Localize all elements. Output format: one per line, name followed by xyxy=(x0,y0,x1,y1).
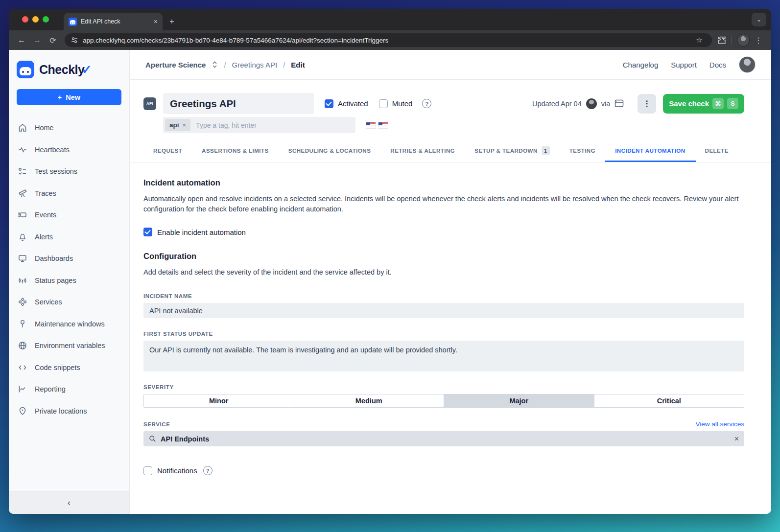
support-link[interactable]: Support xyxy=(671,61,697,69)
notifications-checkbox[interactable] xyxy=(143,466,152,475)
browser-profile-avatar[interactable] xyxy=(737,34,750,46)
home-icon xyxy=(18,123,27,133)
sidebar-item-heartbeats[interactable]: Heartbeats xyxy=(9,139,129,161)
us-flag-icon xyxy=(366,122,376,128)
severity-option-major[interactable]: Major xyxy=(444,394,594,407)
activated-checkbox-group[interactable]: Activated xyxy=(325,99,368,108)
reload-button[interactable]: ⟳ xyxy=(46,33,60,47)
forward-button[interactable]: → xyxy=(30,33,44,47)
sidebar-item-status-pages[interactable]: Status pages xyxy=(9,270,129,292)
checkly-logo[interactable]: Checkly✓ xyxy=(9,50,129,87)
activated-checkbox[interactable] xyxy=(325,99,333,108)
sidebar-item-environment-variables[interactable]: Environment variables xyxy=(9,335,129,357)
enable-incident-automation-group[interactable]: Enable incident automation xyxy=(143,228,744,236)
account-switcher-icon[interactable] xyxy=(212,61,218,69)
section-title: Incident automation xyxy=(143,178,744,187)
sidebar-item-alerts[interactable]: Alerts xyxy=(9,226,129,248)
tab-close-icon[interactable]: × xyxy=(154,18,158,25)
back-button[interactable]: ← xyxy=(15,33,28,47)
new-button[interactable]: + New xyxy=(17,89,121,105)
browser-tab-strip: Edit API check × + ⌄ xyxy=(9,9,771,30)
browser-menu-icon[interactable]: ⋮ xyxy=(752,33,765,47)
us-flag-icon xyxy=(378,122,388,128)
extensions-icon[interactable] xyxy=(717,35,727,45)
toolbar-divider xyxy=(732,36,732,45)
severity-option-critical[interactable]: Critical xyxy=(594,394,744,407)
sidebar-item-home[interactable]: Home xyxy=(9,117,129,139)
plus-icon: + xyxy=(58,93,62,101)
tab-incident-automation[interactable]: INCIDENT AUTOMATION xyxy=(605,146,695,162)
tab-assertions-limits[interactable]: ASSERTIONS & LIMITS xyxy=(202,146,269,162)
tab-setup-teardown[interactable]: SETUP & TEARDOWN1 xyxy=(474,146,550,162)
checkly-app: Checkly✓ + New Home Heartbeats Test sess… xyxy=(9,50,771,514)
check-tabs: REQUEST ASSERTIONS & LIMITS SCHEDULING &… xyxy=(130,146,771,162)
muted-checkbox-group[interactable]: Muted xyxy=(379,99,413,108)
check-name-input[interactable] xyxy=(163,93,314,114)
sidebar-item-test-sessions[interactable]: Test sessions xyxy=(9,161,129,183)
site-info-icon[interactable] xyxy=(71,36,78,44)
changelog-link[interactable]: Changelog xyxy=(623,61,659,69)
traffic-lights xyxy=(22,16,49,23)
main-panel: Aperture Science / Greetings API / Edit … xyxy=(130,50,771,514)
muted-checkbox[interactable] xyxy=(379,99,388,108)
section-description: Automatically open and resolve incidents… xyxy=(143,194,744,214)
code-icon xyxy=(18,363,27,372)
new-tab-button[interactable]: + xyxy=(169,17,174,26)
check-type-badge: API xyxy=(143,97,156,110)
docs-link[interactable]: Docs xyxy=(709,61,726,69)
checklist-icon xyxy=(18,166,27,176)
sidebar-item-private-locations[interactable]: Private locations xyxy=(9,400,129,422)
bookmark-star-icon[interactable]: ☆ xyxy=(692,33,706,47)
service-search-input[interactable]: API Endpoints × xyxy=(143,431,744,446)
bell-icon xyxy=(18,232,27,242)
clear-service-icon[interactable]: × xyxy=(734,435,739,443)
tab-search-button[interactable]: ⌄ xyxy=(752,13,766,26)
sidebar-item-dashboards[interactable]: Dashboards xyxy=(9,248,129,270)
breadcrumb-check[interactable]: Greetings API xyxy=(232,61,278,69)
tab-request[interactable]: REQUEST xyxy=(153,146,182,162)
checkly-favicon-icon xyxy=(69,18,77,26)
incident-name-input[interactable] xyxy=(143,303,744,318)
sidebar-item-services[interactable]: Services xyxy=(9,291,129,313)
tag-placeholder: Type a tag, hit enter xyxy=(196,121,257,129)
notifications-help-icon[interactable]: ? xyxy=(203,466,213,475)
sidebar-item-code-snippets[interactable]: Code snippets xyxy=(9,357,129,379)
first-status-update-textarea[interactable]: Our API is currently not available. The … xyxy=(143,341,744,371)
tab-delete[interactable]: DELETE xyxy=(705,146,729,162)
breadcrumb-account[interactable]: Aperture Science xyxy=(145,61,206,69)
sidebar-item-events[interactable]: Events xyxy=(9,204,129,226)
severity-option-medium[interactable]: Medium xyxy=(294,394,444,407)
remove-tag-icon[interactable]: × xyxy=(183,121,187,129)
minimize-window-button[interactable] xyxy=(32,16,39,23)
monitor-icon xyxy=(18,254,27,263)
address-bar[interactable]: app.checklyhq.com/checks/23b4791b-bd70-4… xyxy=(65,33,712,47)
sidebar-item-traces[interactable]: Traces xyxy=(9,183,129,205)
first-status-update-label: FIRST STATUS UPDATE xyxy=(143,331,744,337)
tab-retries-alerting[interactable]: RETRIES & ALERTING xyxy=(390,146,455,162)
notifications-group[interactable]: Notifications ? xyxy=(143,466,744,475)
map-pin-icon xyxy=(18,406,27,416)
enable-incident-automation-checkbox[interactable] xyxy=(143,228,152,236)
tag-input[interactable]: api × Type a tag, hit enter xyxy=(163,117,355,133)
severity-option-minor[interactable]: Minor xyxy=(144,394,294,407)
severity-segmented-control: Minor Medium Major Critical xyxy=(143,394,744,408)
zoom-window-button[interactable] xyxy=(43,16,49,23)
sidebar-item-reporting[interactable]: Reporting xyxy=(9,378,129,400)
tab-scheduling-locations[interactable]: SCHEDULING & LOCATIONS xyxy=(288,146,371,162)
checkly-raccoon-icon xyxy=(17,61,34,78)
tag-chip: api × xyxy=(165,119,190,131)
close-window-button[interactable] xyxy=(22,16,28,23)
user-avatar[interactable] xyxy=(739,56,756,73)
sidebar-item-maintenance-windows[interactable]: Maintenance windows xyxy=(9,313,129,335)
muted-help-icon[interactable]: ? xyxy=(422,99,431,108)
tab-testing[interactable]: TESTING xyxy=(569,146,595,162)
sidebar-collapse-button[interactable]: ‹ xyxy=(9,491,129,514)
url-text[interactable]: app.checklyhq.com/checks/23b4791b-bd70-4… xyxy=(83,37,688,44)
browser-tab[interactable]: Edit API check × xyxy=(64,13,163,30)
s-key-badge: S xyxy=(727,98,738,109)
save-check-button[interactable]: Save check ⌘ S xyxy=(663,94,744,114)
check-options-button[interactable]: ⋮ xyxy=(638,94,656,114)
via-browser-icon xyxy=(615,99,624,108)
view-all-services-link[interactable]: View all services xyxy=(695,420,744,428)
search-icon xyxy=(149,435,156,442)
